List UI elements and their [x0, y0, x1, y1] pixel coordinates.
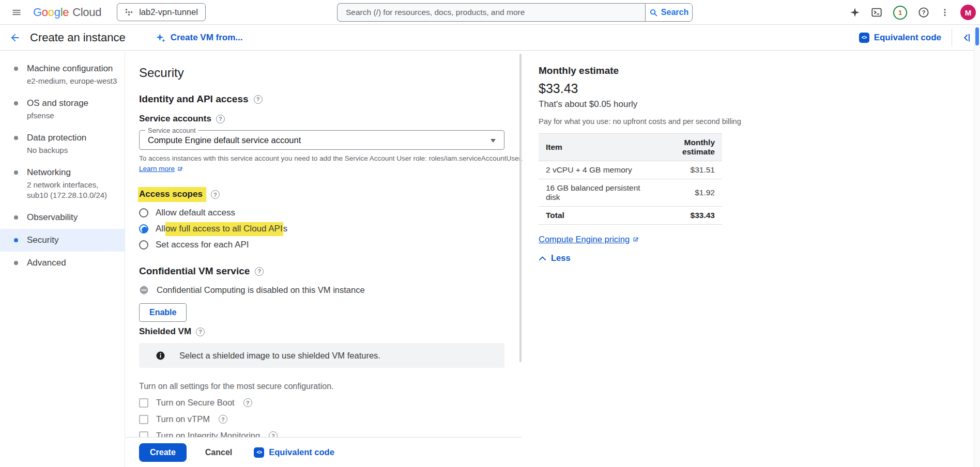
security-form: Security Identity and API access Service…	[126, 51, 522, 467]
logo-letter: g	[54, 6, 60, 19]
monthly-estimate-panel: Monthly estimate $33.43 That's about $0.…	[523, 51, 974, 467]
sidebar-item-advanced[interactable]: Advanced	[0, 252, 125, 274]
help-icon[interactable]	[254, 95, 263, 104]
item-cell: 2 vCPU + 4 GB memory	[539, 161, 649, 179]
info-icon	[156, 351, 165, 361]
equivalent-code-button-bottom[interactable]: Equivalent code	[254, 447, 334, 458]
radio-allow-default-access[interactable]: Allow default access	[139, 208, 235, 218]
sidebar-item-os-and-storage[interactable]: OS and storage pfsense	[0, 92, 125, 127]
page-scrollbar-thumb[interactable]	[975, 27, 979, 45]
step-dot-icon	[14, 67, 18, 71]
page-header: Create an instance Create VM from... Equ…	[0, 25, 980, 51]
sidebar-item-observability[interactable]: Observability	[0, 206, 125, 229]
service-account-select[interactable]: Service account Compute Engine default s…	[139, 130, 504, 150]
gemini-icon[interactable]	[850, 7, 860, 18]
step-dot-icon	[14, 261, 18, 265]
estimate-heading: Monthly estimate	[539, 65, 974, 76]
menu-icon[interactable]	[8, 4, 25, 21]
help-icon[interactable]	[211, 190, 220, 199]
create-instance-nav: Machine configuration e2-medium, europe-…	[0, 51, 125, 467]
heading-text: Service accounts	[139, 113, 211, 124]
value-cell: $31.51	[649, 161, 722, 179]
sidebar-item-sublabel: sub10 (172.28.10.0/24)	[27, 190, 119, 200]
page-scrollbar[interactable]	[974, 25, 980, 467]
sidebar-item-machine-configuration[interactable]: Machine configuration e2-medium, europe-…	[0, 57, 125, 92]
radio-checked-icon[interactable]	[139, 224, 148, 234]
sidebar-item-networking[interactable]: Networking 2 network interfaces, sub10 (…	[0, 161, 125, 206]
back-arrow-icon[interactable]	[7, 30, 23, 45]
help-icon[interactable]	[255, 267, 264, 276]
column-header-item: Item	[539, 134, 649, 161]
checkbox-icon[interactable]	[139, 415, 148, 424]
less-toggle[interactable]: Less	[539, 253, 571, 263]
search-input[interactable]	[337, 3, 645, 22]
code-icon	[254, 447, 264, 458]
equivalent-code-label: Equivalent code	[269, 447, 334, 457]
gemini-spark-icon	[156, 33, 166, 43]
heading-text: Shielded VM	[139, 326, 191, 337]
avatar[interactable]: M	[960, 5, 976, 20]
create-button[interactable]: Create	[139, 443, 187, 462]
cancel-button[interactable]: Cancel	[196, 443, 241, 462]
logo-letter: e	[63, 6, 69, 19]
sidebar-item-label: Observability	[27, 212, 119, 223]
radio-icon[interactable]	[139, 240, 148, 250]
radio-allow-full-access[interactable]: Allow full access to all Cloud APIs	[139, 224, 287, 234]
logo-letter: G	[33, 6, 42, 19]
logo-letter: o	[48, 6, 54, 19]
global-search: Search	[337, 3, 693, 22]
notifications-badge[interactable]: 1	[893, 6, 907, 20]
confidential-vm-heading: Confidential VM service	[139, 265, 522, 277]
service-accounts-heading: Service accounts	[139, 113, 522, 124]
label-part: s	[283, 224, 288, 234]
radio-label: Set access for each API	[156, 240, 249, 250]
help-icon[interactable]	[216, 115, 225, 123]
help-icon[interactable]	[196, 328, 205, 336]
project-selector[interactable]: lab2-vpn-tunnel	[117, 3, 206, 21]
heading-text: Identity and API access	[139, 93, 249, 105]
step-dot-icon	[14, 238, 18, 242]
project-name: lab2-vpn-tunnel	[139, 7, 198, 17]
checkbox-icon[interactable]	[139, 398, 148, 408]
help-icon[interactable]: ?	[918, 7, 929, 18]
table-total-row: Total $33.43	[539, 207, 722, 225]
cloud-shell-icon[interactable]	[871, 7, 882, 18]
create-vm-from-link[interactable]: Create VM from...	[156, 33, 243, 43]
sidebar-item-sublabel: pfsense	[27, 111, 119, 121]
sidebar-item-label: Security	[27, 235, 119, 246]
more-vert-icon[interactable]	[940, 8, 950, 17]
project-icon	[125, 8, 133, 17]
step-dot-icon	[14, 136, 18, 140]
help-icon[interactable]	[243, 398, 252, 407]
radio-label: Allow full access to all Cloud APIs	[156, 224, 287, 234]
radio-set-access-each-api[interactable]: Set access for each API	[139, 240, 249, 250]
logo-letter: o	[42, 6, 48, 19]
sidebar-item-sublabel: e2-medium, europe-west3	[27, 76, 119, 86]
form-scrollbar-thumb[interactable]	[519, 54, 522, 362]
search-button-label: Search	[661, 8, 688, 17]
code-icon	[859, 33, 869, 43]
shielded-note: Turn on all settings for the most secure…	[139, 382, 522, 391]
label-part: All	[156, 224, 165, 234]
checkbox-label: Turn on Secure Boot	[156, 398, 235, 408]
equivalent-code-button-top[interactable]: Equivalent code	[859, 33, 941, 43]
sidebar-item-label: Data protection	[27, 132, 119, 144]
logo-cloud-text: Cloud	[72, 6, 101, 19]
collapse-panel-icon[interactable]	[962, 33, 973, 43]
search-button[interactable]: Search	[645, 3, 693, 22]
checkbox-secure-boot[interactable]: Turn on Secure Boot	[139, 398, 252, 408]
sidebar-item-label: OS and storage	[27, 98, 119, 109]
checkbox-vtpm[interactable]: Turn on vTPM	[139, 414, 227, 424]
estimate-hourly: That's about $0.05 hourly	[539, 99, 974, 110]
estimate-table: Item Monthly estimate 2 vCPU + 4 GB memo…	[539, 133, 722, 225]
svg-text:?: ?	[922, 9, 926, 15]
enable-button[interactable]: Enable	[139, 303, 187, 322]
sidebar-item-data-protection[interactable]: Data protection No backups	[0, 127, 125, 161]
learn-more-link[interactable]: Learn more	[139, 165, 183, 173]
radio-icon[interactable]	[139, 208, 148, 217]
compute-engine-pricing-link[interactable]: Compute Engine pricing	[539, 235, 639, 244]
help-icon[interactable]	[219, 415, 227, 424]
sidebar-item-label: Machine configuration	[27, 63, 119, 74]
sidebar-item-security[interactable]: Security	[0, 229, 125, 252]
heading-text: Confidential VM service	[139, 265, 250, 277]
